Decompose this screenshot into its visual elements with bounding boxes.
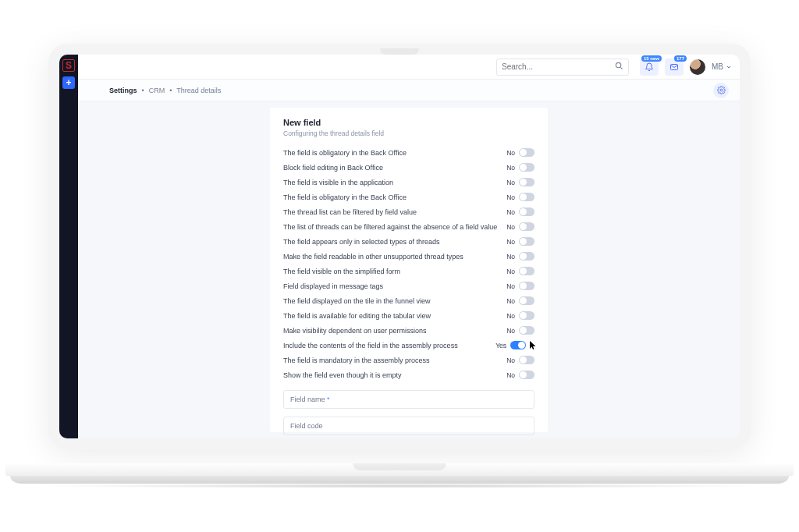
breadcrumb: Settings • CRM • Thread details [78,80,740,101]
add-button[interactable]: + [62,76,75,89]
topbar: 15 new 177 MB [78,55,740,80]
toggle-state-text: No [506,193,515,201]
messages-badge: 177 [674,55,687,62]
toggle-row: The field appears only in selected types… [283,234,534,249]
toggle-switch[interactable] [519,148,534,157]
toggle-state-text: Yes [495,342,506,349]
toggle-row: Block field editing in Back OfficeNo [283,160,534,175]
svg-point-2 [720,89,723,91]
field-settings-card: New field Configuring the thread details… [270,108,548,432]
toggle-label: The thread list can be filtered by field… [283,208,417,216]
toggle-switch[interactable] [519,178,534,186]
toggle-row: Show the field even though it is emptyNo [283,367,534,382]
toggle-label: The list of threads can be filtered agai… [283,223,497,231]
toggle-label: Make the field readable in other unsuppo… [283,253,463,261]
toggle-label: Make visibility dependent on user permis… [283,327,427,335]
toggle-row: The field is available for editing the t… [283,308,534,323]
toggle-switch[interactable] [519,296,534,305]
toggle-state-text: No [506,327,515,335]
toggle-row: Make the field readable in other unsuppo… [283,249,534,264]
toggle-switch[interactable] [519,267,534,275]
toggle-switch[interactable] [519,163,534,172]
user-menu[interactable]: MB [712,62,732,71]
toggle-row: The list of threads can be filtered agai… [283,219,534,234]
notifications-button[interactable]: 15 new [640,59,659,76]
toggle-label: The field displayed on the tile in the f… [283,297,431,305]
breadcrumb-page[interactable]: Thread details [176,87,221,94]
toggle-row: Field displayed in message tagsNo [283,278,534,293]
toggle-state-text: No [506,356,515,364]
toggle-switch[interactable] [510,341,526,349]
svg-point-0 [616,62,620,67]
field-code-input[interactable]: Field code [283,417,534,435]
toggle-label: Field displayed in message tags [283,282,383,290]
toggle-label: Show the field even though it is empty [283,371,402,379]
toggle-row: The field displayed on the tile in the f… [283,293,534,308]
toggle-switch[interactable] [519,311,534,320]
toggle-label: The field is obligatory in the Back Offi… [283,149,407,157]
toggle-row: Include the contents of the field in the… [283,338,534,353]
toggle-row: Make visibility dependent on user permis… [283,323,534,338]
toggle-state-text: No [506,164,515,172]
toggle-state-text: No [506,179,515,186]
breadcrumb-section[interactable]: CRM [149,87,165,94]
app-root: S + 15 new [59,55,740,438]
breadcrumb-root[interactable]: Settings [109,87,137,94]
toggle-row: The field is visible in the applicationN… [283,175,534,190]
toggle-switch[interactable] [519,193,534,201]
field-name-input[interactable]: Field name * [283,390,534,409]
toggle-label: Include the contents of the field in the… [283,342,458,349]
toggle-row: The thread list can be filtered by field… [283,204,534,219]
toggle-switch[interactable] [519,356,534,364]
nav-rail: S + [59,55,78,438]
toggle-state-text: No [506,223,515,231]
toggle-label: The field is mandatory in the assembly p… [283,356,430,364]
toggle-label: The field is available for editing the t… [283,312,431,320]
toggle-row: The field visible on the simplified form… [283,264,534,278]
toggle-switch[interactable] [519,237,534,246]
toggle-switch[interactable] [519,371,534,379]
toggle-state-text: No [506,297,515,305]
search-icon [615,62,623,72]
laptop-mockup: S + 15 new [48,44,751,488]
toggle-state-text: No [506,268,515,275]
page-settings-button[interactable] [713,83,729,98]
messages-button[interactable]: 177 [665,59,684,76]
toggle-state-text: No [506,208,515,216]
toggle-state-text: No [506,282,515,290]
toggle-label: Block field editing in Back Office [283,164,383,172]
toggle-switch[interactable] [519,326,534,335]
toggle-row: The field is obligatory in the Back Offi… [283,190,534,204]
toggle-label: The field is visible in the application [283,179,393,186]
cursor-icon [527,342,534,349]
toggle-state-text: No [506,312,515,320]
toggle-state-text: No [506,371,515,379]
toggle-state-text: No [506,238,515,246]
app-logo[interactable]: S [62,59,75,72]
toggle-switch[interactable] [519,252,534,261]
toggle-switch[interactable] [519,207,534,216]
user-avatar[interactable] [690,59,705,75]
search-box[interactable] [496,59,629,76]
toggle-row: The field is obligatory in the Back Offi… [283,145,534,160]
toggle-row: The field is mandatory in the assembly p… [283,353,534,367]
toggle-label: The field visible on the simplified form [283,268,400,275]
card-title: New field [283,118,534,127]
toggle-switch[interactable] [519,282,534,290]
toggle-switch[interactable] [519,222,534,231]
toggle-state-text: No [506,253,515,261]
notifications-badge: 15 new [641,55,662,62]
toggle-label: The field appears only in selected types… [283,238,440,246]
search-input[interactable] [502,62,610,71]
toggle-state-text: No [506,149,515,157]
card-subtitle: Configuring the thread details field [283,129,534,137]
toggle-label: The field is obligatory in the Back Offi… [283,193,407,201]
